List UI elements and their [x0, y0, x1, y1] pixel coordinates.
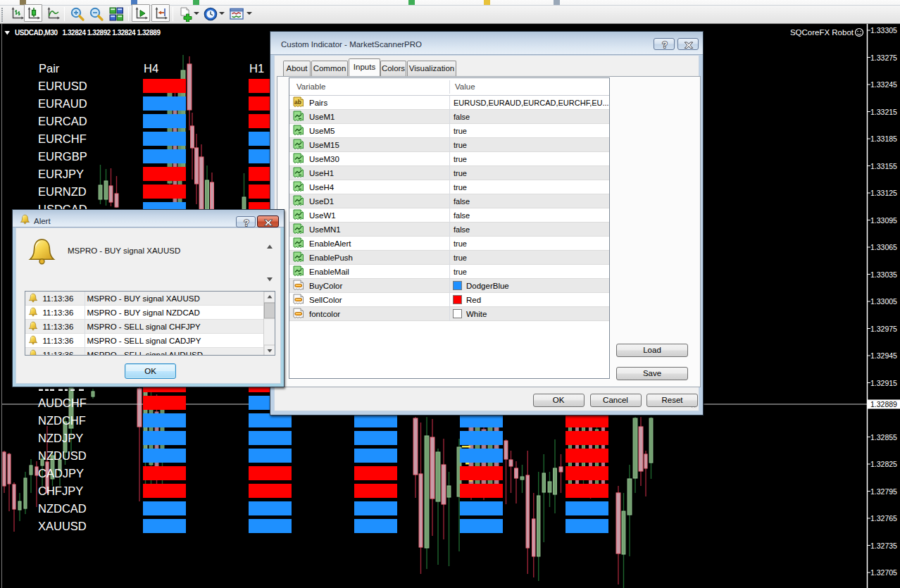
svg-text:1.32889: 1.32889 — [870, 400, 897, 408]
svg-text:USDCAD,M30 1.32824 1.32892 1.: USDCAD,M30 1.32824 1.32892 1.32824 1.328… — [15, 29, 161, 37]
svg-text:1.32705: 1.32705 — [870, 568, 897, 577]
svg-text:XAUUSD: XAUUSD — [38, 520, 87, 532]
svg-text:1.32855: 1.32855 — [870, 433, 897, 442]
svg-text:1.32915: 1.32915 — [870, 379, 897, 387]
svg-text:?: ? — [244, 218, 249, 228]
svg-text:AUDCHF: AUDCHF — [38, 396, 87, 409]
svg-text:1.32765: 1.32765 — [870, 514, 897, 523]
svg-text:1.32945: 1.32945 — [870, 351, 897, 360]
svg-text:Pair: Pair — [39, 62, 60, 75]
svg-text:1.33185: 1.33185 — [870, 135, 897, 143]
svg-text:EURJPY: EURJPY — [38, 168, 84, 180]
svg-text:ab: ab — [294, 99, 301, 106]
svg-text:1.33155: 1.33155 — [870, 162, 897, 170]
svg-text:H1: H1 — [249, 62, 264, 75]
svg-text:1.32735: 1.32735 — [870, 542, 897, 550]
svg-text:?: ? — [662, 40, 668, 50]
svg-text:1.32825: 1.32825 — [870, 460, 897, 468]
svg-text:1.32795: 1.32795 — [870, 487, 897, 496]
svg-text:1.33035: 1.33035 — [870, 270, 897, 279]
svg-text:1.33305: 1.33305 — [870, 26, 897, 35]
svg-text:1.33005: 1.33005 — [870, 297, 897, 306]
svg-text:EURUSD: EURUSD — [38, 80, 87, 92]
svg-text:EURGBP: EURGBP — [38, 150, 87, 163]
svg-text:SQCoreFX Robot: SQCoreFX Robot — [790, 28, 854, 37]
svg-text:1.32975: 1.32975 — [870, 325, 897, 333]
svg-text:NZDJPY: NZDJPY — [38, 432, 83, 444]
svg-text:EURAUD: EURAUD — [38, 97, 87, 110]
svg-text:EURNZD: EURNZD — [38, 185, 87, 198]
svg-text:1.33215: 1.33215 — [870, 108, 897, 116]
svg-text:NZDCHF: NZDCHF — [38, 414, 86, 427]
svg-text:NZDUSD: NZDUSD — [38, 449, 87, 462]
svg-text:NZDCAD: NZDCAD — [38, 502, 87, 515]
svg-text:1.33095: 1.33095 — [870, 216, 897, 225]
svg-text:1.33065: 1.33065 — [870, 243, 897, 251]
svg-text:CHFJPY: CHFJPY — [38, 484, 83, 497]
svg-text:1.33125: 1.33125 — [870, 189, 897, 197]
svg-text:CADJPY: CADJPY — [38, 467, 84, 480]
svg-text:1.33245: 1.33245 — [870, 80, 897, 89]
svg-text:EURCAD: EURCAD — [38, 115, 87, 127]
svg-text:1.33275: 1.33275 — [870, 54, 897, 62]
svg-text:H4: H4 — [144, 62, 158, 75]
svg-text:EURCHF: EURCHF — [38, 132, 87, 145]
